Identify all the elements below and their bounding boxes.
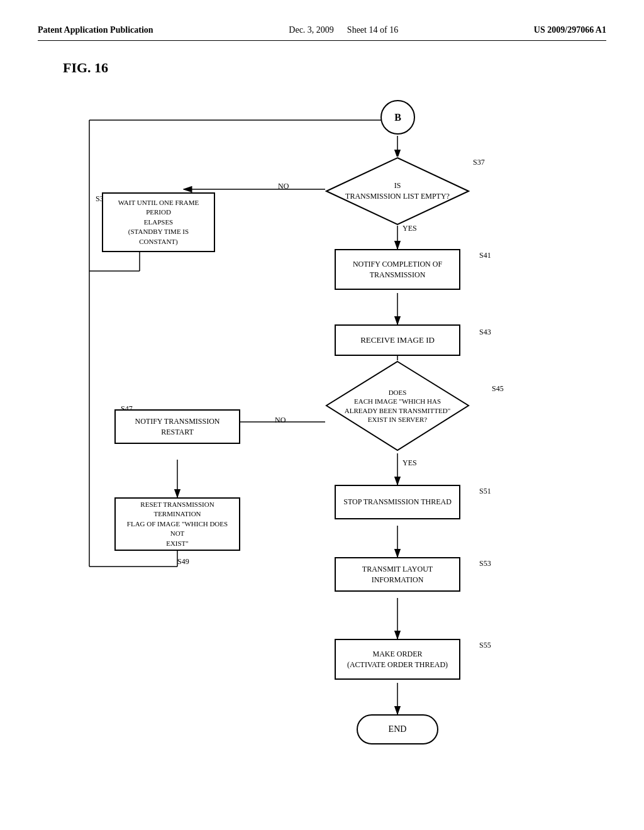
label-S41: S41 (479, 251, 491, 260)
label-S55: S55 (479, 641, 491, 650)
node-end: END (357, 714, 438, 744)
node-S37: ISTRANSMISSION LIST EMPTY? (325, 157, 470, 226)
node-S51: STOP TRANSMISSION THREAD (335, 485, 460, 519)
node-S55: MAKE ORDER(ACTIVATE ORDER THREAD) (335, 639, 460, 680)
label-yes-S45: YES (402, 458, 417, 468)
node-S39: WAIT UNTIL ONE FRAME PERIODELAPSES(STAND… (102, 192, 215, 252)
node-S47: NOTIFY TRANSMISSION RESTART (114, 409, 240, 444)
header-right: US 2009/297066 A1 (534, 25, 606, 35)
label-S51: S51 (479, 487, 491, 496)
label-no-S37: NO (278, 182, 289, 191)
page-header: Patent Application Publication Dec. 3, 2… (38, 25, 606, 41)
label-S49: S49 (177, 557, 189, 567)
figure-label: FIG. 16 (63, 60, 606, 76)
node-B: B (380, 100, 415, 135)
label-S53: S53 (479, 559, 491, 568)
header-center: Dec. 3, 2009 Sheet 14 of 16 (289, 25, 398, 35)
label-no-S45: NO (275, 416, 286, 425)
flowchart: B S37 ISTRANSMISSION LIST EMPTY? NO YES … (39, 89, 605, 780)
node-S53: TRANSMIT LAYOUT INFORMATION (335, 557, 460, 592)
page: Patent Application Publication Dec. 3, 2… (0, 0, 644, 830)
label-S37: S37 (473, 158, 485, 167)
node-S45: DOESEACH IMAGE "WHICH HASALREADY BEEN TR… (325, 360, 470, 451)
node-S43: RECEIVE IMAGE ID (335, 324, 460, 356)
header-left: Patent Application Publication (38, 25, 153, 35)
label-S45: S45 (492, 384, 504, 394)
node-S41: NOTIFY COMPLETION OFTRANSMISSION (335, 249, 460, 290)
node-S49: RESET TRANSMISSION TERMINATIONFLAG OF IM… (114, 497, 240, 551)
label-S43: S43 (479, 328, 491, 337)
